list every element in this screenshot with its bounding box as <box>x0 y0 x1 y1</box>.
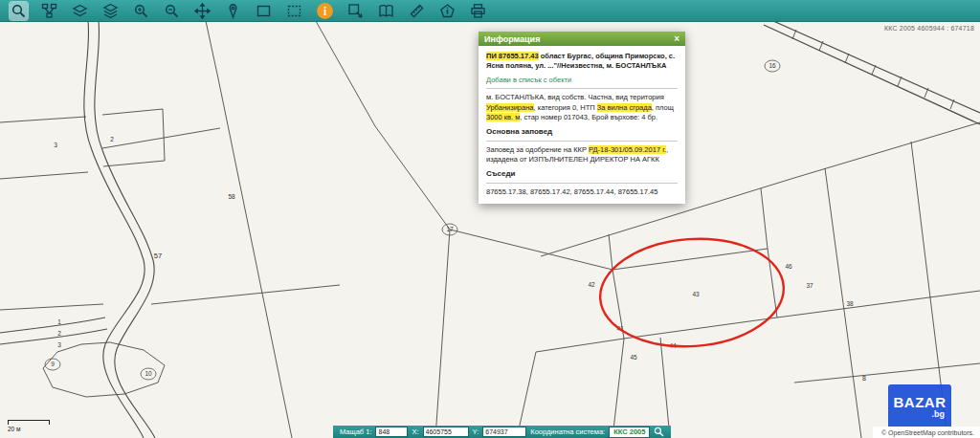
order-text-pre: Заповед за одобрение на ККР <box>486 145 589 154</box>
parcel-number-label: 16 <box>768 62 776 69</box>
parcel-boundary <box>773 21 980 113</box>
parcel-boundary <box>0 117 86 122</box>
parcel-number-label: 46 <box>785 263 792 270</box>
info-popup: Информация × ПИ 87655.17.43 област Бурга… <box>479 32 685 204</box>
order-text: Заповед за одобрение на ККР РД-18-301/05… <box>486 145 678 164</box>
map-coordinate-readout: ККС 2005 4605944 : 674718 <box>884 25 974 32</box>
close-icon[interactable]: × <box>674 34 679 44</box>
legend-book-icon[interactable] <box>377 2 395 20</box>
x-label: X: <box>412 427 418 436</box>
info-popup-body: ПИ 87655.17.43 област Бургас, община При… <box>479 46 685 204</box>
parcel-boundary <box>872 65 876 75</box>
pan-icon[interactable] <box>193 2 212 20</box>
crs-selector[interactable]: ККС 2005 <box>609 427 650 438</box>
parcel-number-label: 3 <box>57 341 61 348</box>
parcel-boundary <box>792 30 796 39</box>
order-section-title: Основна заповед <box>486 127 678 138</box>
select-area-icon[interactable] <box>285 2 303 20</box>
marker-icon[interactable] <box>224 2 242 20</box>
details-text: , стар номер 017043, Брой върхове: 4 бр. <box>520 113 657 121</box>
parcel-number-label: 45 <box>630 354 637 361</box>
scale-input[interactable] <box>375 427 408 437</box>
parcel-boundary <box>761 188 768 249</box>
parcel-details: м. БОСТАНЛЪКА, вид собств. Частна, вид т… <box>486 93 678 121</box>
details-text: , категория 0, НТП <box>534 103 597 112</box>
parcel-boundary <box>163 109 165 161</box>
parcel-number-label: 8 <box>862 375 866 382</box>
parcel-boundary <box>845 54 849 63</box>
parcel-number-label: 9 <box>51 361 55 367</box>
parcel-boundary <box>206 21 218 78</box>
info-icon[interactable]: i <box>316 2 334 20</box>
bazar-watermark-logo: BAZAR .bg <box>888 384 951 428</box>
divider <box>486 88 678 89</box>
details-highlight-area: 3000 кв. м <box>486 113 520 121</box>
layers-stack-icon[interactable] <box>101 2 120 20</box>
scale-bar-label: 20 м <box>8 426 50 432</box>
zoom-in-icon[interactable] <box>132 2 150 20</box>
bazar-watermark-text: BAZAR <box>894 395 947 409</box>
parcel-boundary <box>536 339 624 352</box>
print-icon[interactable] <box>469 2 487 20</box>
add-to-list-link[interactable]: Добави в списък с обекти <box>486 76 678 85</box>
parcel-number-label: 57 <box>154 252 162 260</box>
parcel-boundary <box>102 128 220 148</box>
sitemap-icon[interactable] <box>40 2 58 20</box>
parcel-id-highlight: ПИ 87655.17.43 <box>486 52 539 60</box>
osm-attribution-text[interactable]: © OpenStreetMap contributors. <box>881 429 974 436</box>
parcel-boundary <box>450 230 612 270</box>
parcel-boundary <box>794 363 980 383</box>
x-coordinate-input[interactable] <box>423 427 469 437</box>
bazar-watermark-suffix: .bg <box>932 409 946 419</box>
info-popup-header[interactable]: Информация × <box>479 32 685 46</box>
divider <box>486 183 678 184</box>
parcel-number-label: 43 <box>692 291 700 297</box>
parcel-number-label: 37 <box>806 282 813 289</box>
parcel-boundary <box>777 291 980 318</box>
info-popup-title: Информация <box>484 34 540 44</box>
y-coordinate-input[interactable] <box>482 427 526 437</box>
scale-bar: 20 м <box>8 420 50 432</box>
osm-attribution: © OpenStreetMap contributors. <box>873 427 980 438</box>
parcel-identifier: ПИ 87655.17.43 област Бургас, община При… <box>486 52 678 71</box>
goto-search-icon[interactable] <box>654 427 664 437</box>
select-parcel-icon[interactable] <box>346 2 365 20</box>
parcel-number-label: 42 <box>588 281 595 288</box>
status-bar: Мащаб 1: X: Y: Координатна система: ККС … <box>333 426 671 438</box>
crs-label: Координатна система: <box>530 427 605 436</box>
parcel-boundary <box>898 77 902 86</box>
parcel-boundary <box>0 304 103 310</box>
measure-icon[interactable] <box>408 2 426 20</box>
parcel-number-label: 17 <box>446 226 454 232</box>
parcel-number-label: 3 <box>54 142 57 148</box>
neighbors-section-title: Съседи <box>486 169 678 180</box>
parcel-boundary <box>609 234 612 270</box>
details-highlight-ntp: За вилна сграда <box>597 103 652 112</box>
parcel-number-label: 58 <box>228 193 235 200</box>
select-rect-icon[interactable] <box>255 2 273 20</box>
parcel-number-label: 2 <box>110 136 114 142</box>
parcel-number-label: 10 <box>145 370 152 377</box>
top-toolbar: i <box>0 0 980 22</box>
scale-label: Мащаб 1: <box>340 427 371 436</box>
parcel-boundary <box>151 285 340 304</box>
search-icon[interactable] <box>10 2 28 20</box>
parcel-number-label: 2 <box>57 330 61 337</box>
zoom-out-icon[interactable] <box>163 2 181 20</box>
details-highlight-territory: Урбанизирана <box>486 103 534 112</box>
parcel-boundary <box>435 230 450 438</box>
parcel-number-label: 1 <box>57 318 61 325</box>
parcel-boundary <box>660 338 670 438</box>
neighbors-list: 87655.17.38, 87655.17.42, 87655.17.44, 8… <box>486 187 678 197</box>
parcel-boundary <box>825 168 861 438</box>
divider <box>486 141 678 142</box>
parcel-boundary <box>0 172 88 179</box>
order-number-highlight: РД-18-301/05.09.2017 г. <box>589 145 666 154</box>
scale-bar-line <box>8 420 50 425</box>
details-text: , площ <box>652 103 674 112</box>
layers-icon[interactable] <box>71 2 89 20</box>
annotate-icon[interactable] <box>438 2 457 20</box>
details-text: м. БОСТАНЛЪКА, вид собств. Частна, вид т… <box>486 93 664 101</box>
parcel-number-label: 38 <box>846 300 854 307</box>
parcel-boundary <box>0 318 105 333</box>
